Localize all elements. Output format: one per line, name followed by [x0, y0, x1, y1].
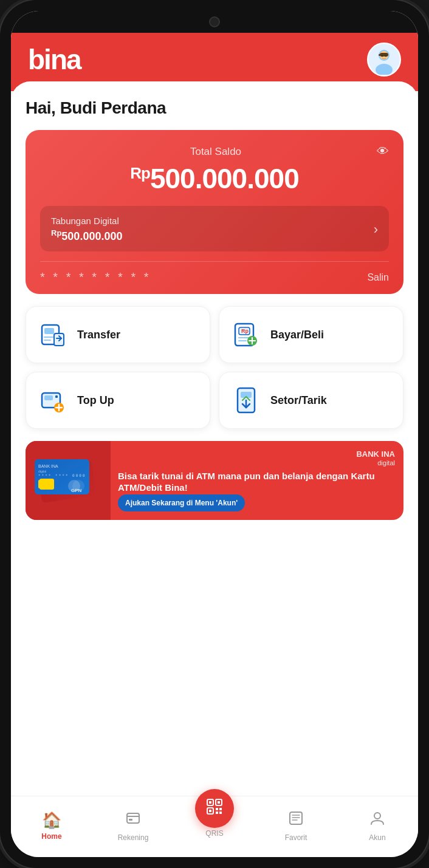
balance-amount: Rp500.000.000	[40, 162, 389, 195]
bank-logo-area: BANK INA digital	[118, 449, 395, 467]
setor-label: Setor/Tarik	[270, 394, 327, 407]
app-logo: bina	[28, 46, 81, 73]
nav-rekening[interactable]: Rekening	[92, 810, 174, 842]
svg-rect-48	[216, 808, 218, 810]
svg-point-7	[385, 55, 387, 57]
qris-button[interactable]	[195, 789, 234, 828]
favorit-label: Favorit	[285, 833, 307, 842]
home-label: Home	[41, 832, 61, 841]
phone-frame: bina	[0, 0, 429, 868]
card-illustration: BANK INA digital **** **** 0000 GPN	[35, 459, 101, 502]
balance-card: Total Saldo 👁 Rp500.000.000 Tabungan Dig…	[26, 130, 403, 294]
svg-rect-5	[379, 54, 381, 56]
bayar-button[interactable]: Rp Bayar/Beli	[219, 306, 403, 363]
topup-icon	[37, 384, 69, 416]
balance-label: Total Saldo	[55, 146, 377, 158]
notch-bar	[11, 11, 418, 33]
svg-rect-51	[219, 812, 222, 814]
account-number: * * * * * * * * *	[40, 270, 151, 284]
svg-rect-43	[209, 801, 211, 804]
svg-rect-23	[44, 395, 53, 400]
card-bottom: * * * * * * * * * Salin	[40, 261, 389, 294]
svg-rect-4	[380, 53, 388, 56]
bank-logo: BANK INA digital	[356, 449, 395, 467]
svg-text:GPN: GPN	[71, 488, 82, 493]
svg-rect-24	[55, 395, 58, 398]
svg-rect-52	[290, 812, 302, 824]
user-avatar[interactable]	[367, 43, 401, 77]
home-icon: 🏠	[42, 811, 61, 830]
copy-button[interactable]: Salin	[367, 272, 389, 283]
svg-text:BANK INA: BANK INA	[38, 464, 58, 468]
transfer-button[interactable]: Transfer	[26, 306, 210, 363]
svg-rect-39	[127, 813, 139, 823]
nav-home[interactable]: 🏠 Home	[11, 811, 92, 841]
bottom-navigation: 🏠 Home Rekening	[11, 796, 418, 857]
nav-favorit[interactable]: Favorit	[255, 810, 337, 842]
currency-symbol: Rp	[130, 164, 150, 182]
nav-qris: QRIS	[174, 789, 255, 838]
promo-banner[interactable]: BANK INA digital **** **** 0000 GPN	[26, 441, 403, 520]
svg-rect-49	[219, 808, 222, 810]
main-content: Hai, Budi Perdana Total Saldo 👁 Rp500.00…	[11, 81, 418, 796]
favorit-icon	[287, 810, 304, 831]
setor-icon	[230, 384, 262, 416]
rekening-icon	[125, 810, 142, 831]
svg-rect-41	[129, 819, 132, 821]
transfer-label: Transfer	[77, 329, 120, 341]
svg-rect-9	[44, 328, 54, 334]
balance-header: Total Saldo 👁	[40, 145, 389, 159]
bayar-label: Bayar/Beli	[270, 329, 324, 341]
greeting-text: Hai, Budi Perdana	[26, 98, 403, 118]
chevron-right-icon: ›	[374, 222, 378, 238]
account-info: Tabungan Digital Rp500.000.000	[51, 216, 122, 243]
account-balance: Rp500.000.000	[51, 228, 122, 243]
actions-grid: Transfer Rp	[26, 306, 403, 429]
screen-content: bina	[11, 33, 418, 857]
promo-cta-button[interactable]: Ajukan Sekarang di Menu 'Akun'	[118, 494, 245, 511]
qris-label: QRIS	[205, 829, 223, 838]
svg-point-56	[374, 813, 380, 819]
akun-icon	[369, 810, 386, 831]
svg-rect-50	[216, 812, 218, 814]
promo-text: BANK INA digital Bisa tarik tunai di ATM…	[111, 441, 403, 520]
promo-image: BANK INA digital **** **** 0000 GPN	[26, 441, 111, 520]
rekening-label: Rekening	[118, 833, 149, 842]
setor-button[interactable]: Setor/Tarik	[219, 372, 403, 429]
svg-text:**** **** 0000: **** **** 0000	[38, 473, 86, 477]
svg-rect-45	[218, 801, 220, 804]
transfer-icon	[37, 319, 69, 350]
svg-rect-47	[209, 810, 211, 812]
topup-button[interactable]: Top Up	[26, 372, 210, 429]
akun-label: Akun	[369, 833, 385, 842]
topup-label: Top Up	[77, 394, 114, 407]
bayar-icon: Rp	[230, 319, 262, 350]
toggle-balance-icon[interactable]: 👁	[377, 145, 389, 159]
svg-text:Rp: Rp	[241, 328, 249, 334]
svg-point-6	[382, 55, 383, 57]
svg-rect-34	[38, 480, 49, 488]
camera-notch	[209, 16, 220, 27]
qris-icon	[205, 797, 224, 821]
account-type: Tabungan Digital	[51, 216, 122, 226]
phone-screen: bina	[11, 11, 418, 857]
account-section[interactable]: Tabungan Digital Rp500.000.000 ›	[40, 206, 389, 251]
nav-akun[interactable]: Akun	[337, 810, 418, 842]
promo-title: Bisa tarik tunai di ATM mana pun dan bel…	[118, 470, 395, 494]
